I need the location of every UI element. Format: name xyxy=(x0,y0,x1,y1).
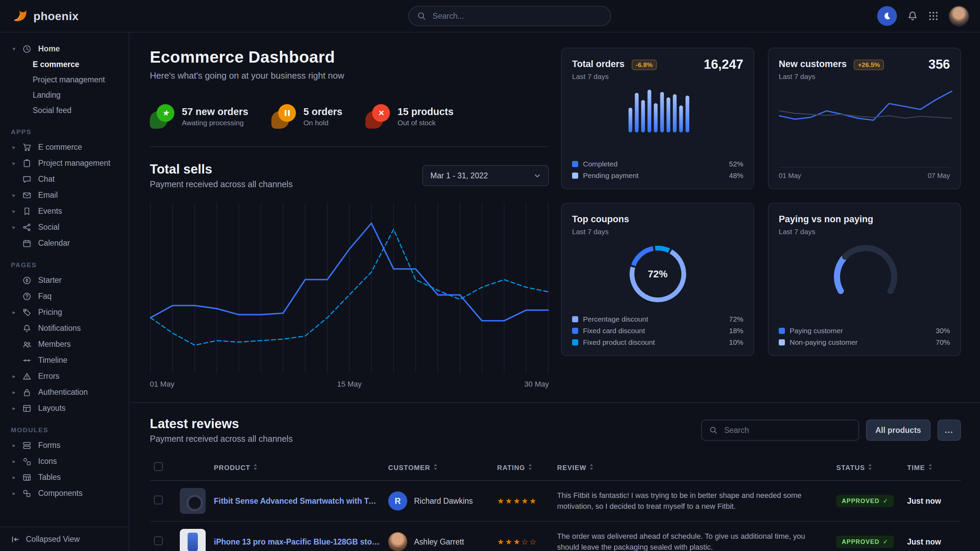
sidebar-subitem-project-management[interactable]: Project management xyxy=(0,72,129,87)
row-checkbox[interactable] xyxy=(154,537,163,545)
home-children: E commerceProject managementLandingSocia… xyxy=(0,57,129,118)
more-options-button[interactable]: ... xyxy=(937,420,961,441)
legend-value: 30% xyxy=(936,327,950,335)
donut-center-label: 72% xyxy=(625,241,690,306)
chevron-right-icon: ▸ xyxy=(11,490,17,497)
sidebar-item-icons[interactable]: ▸Icons xyxy=(0,453,129,469)
warning-icon xyxy=(22,372,33,381)
row-select-cell xyxy=(150,481,176,521)
apps-grid-button[interactable] xyxy=(928,11,939,21)
collapse-sidebar-button[interactable]: Collapsed View xyxy=(0,527,129,551)
collapse-label: Collapsed View xyxy=(26,535,80,544)
chevron-right-icon: ▸ xyxy=(11,405,17,411)
new-customers-line-chart xyxy=(779,85,952,142)
sidebar-item-social[interactable]: ▸Social xyxy=(0,219,129,235)
sidebar-item-email[interactable]: ▸Email xyxy=(0,187,129,203)
column-header-review[interactable]: REVIEW xyxy=(553,455,832,481)
nine-dots-grid-icon xyxy=(928,11,939,21)
stat-sub: Awating processing xyxy=(182,119,248,127)
theme-toggle-button[interactable] xyxy=(877,6,897,26)
brand-name: phoenix xyxy=(33,10,79,23)
row-checkbox[interactable] xyxy=(154,495,163,504)
sidebar-item-layouts[interactable]: ▸Layouts xyxy=(0,400,129,416)
dashboard-grid: Ecommerce Dashboard Here's what's going … xyxy=(129,33,980,389)
sidebar-item-members[interactable]: Members xyxy=(0,336,129,352)
reviews-title: Latest reviews xyxy=(150,416,293,431)
change-badge: +26.5% xyxy=(854,60,884,70)
sidebar-item-notifications[interactable]: Notifications xyxy=(0,320,129,336)
sidebar: ▾ Home E commerceProject managementLandi… xyxy=(0,33,129,551)
stat-out-of-stock: × 15 products Out of stock xyxy=(365,104,453,129)
select-all-cell xyxy=(150,455,176,481)
review-text: This Fitbit is fantastic! I was trying t… xyxy=(553,481,832,521)
legend-item: Completed52% xyxy=(572,160,743,168)
legend-swatch xyxy=(572,328,578,334)
clipboard-icon xyxy=(22,159,33,168)
puzzle-icon xyxy=(22,489,33,498)
out-of-stock-x-icon: × xyxy=(365,104,390,129)
sidebar-section-label-pages: PAGES xyxy=(0,251,129,272)
sidebar-item-pricing[interactable]: ▸Pricing xyxy=(0,304,129,320)
sidebar-item-calendar[interactable]: Calendar xyxy=(0,235,129,251)
chevron-right-icon: ▸ xyxy=(11,224,17,230)
legend-swatch xyxy=(779,328,785,334)
share-icon xyxy=(22,223,33,232)
new-customers-x-axis: 01 May 07 May xyxy=(779,167,950,180)
sidebar-subitem-social-feed[interactable]: Social feed xyxy=(0,103,129,118)
notifications-button[interactable] xyxy=(907,11,918,21)
sidebar-subitem-landing[interactable]: Landing xyxy=(0,87,129,103)
order-stats-row: ★ 57 new orders Awating processing 5 ord… xyxy=(150,104,549,147)
legend-label: Fixed product discount xyxy=(583,338,655,346)
date-range-select[interactable]: Mar 1 - 31, 2022 xyxy=(422,165,549,186)
sidebar-item-tables[interactable]: ▸Tables xyxy=(0,469,129,485)
brand[interactable]: phoenix xyxy=(11,8,79,24)
all-products-button[interactable]: All products xyxy=(866,420,931,441)
sidebar-subitem-e-commerce[interactable]: E commerce xyxy=(0,57,129,72)
select-all-checkbox[interactable] xyxy=(154,462,163,471)
navbar-search-input[interactable] xyxy=(431,11,602,21)
reviews-subtitle: Payment received across all channels xyxy=(150,434,293,444)
dashboard-cards: Total orders -6.8% Last 7 days 16,247 Co… xyxy=(561,48,961,389)
column-header-product[interactable]: PRODUCT xyxy=(176,455,384,481)
user-avatar[interactable] xyxy=(949,6,969,26)
total-sells-header: Total sells Payment received across all … xyxy=(150,162,549,189)
calendar-icon xyxy=(22,239,33,248)
rating-cell: ★★★★★ xyxy=(493,481,553,521)
legend-value: 70% xyxy=(936,338,950,346)
customer-name: Richard Dawkins xyxy=(414,497,473,506)
sidebar-item-faq[interactable]: Faq xyxy=(0,288,129,304)
sidebar-item-components[interactable]: ▸Components xyxy=(0,485,129,501)
sidebar-item-authentication[interactable]: ▸Authentication xyxy=(0,384,129,400)
column-header-rating[interactable]: RATING xyxy=(493,455,553,481)
sidebar-item-events[interactable]: ▸Events xyxy=(0,203,129,219)
collapse-arrow-icon xyxy=(11,535,20,544)
card-period: Last 7 days xyxy=(779,73,884,81)
x-tick: 01 May xyxy=(779,172,801,180)
bookmark-icon xyxy=(22,207,33,216)
stat-sub: On hold xyxy=(304,119,342,127)
paying-gauge-chart xyxy=(779,240,952,305)
sidebar-item-forms[interactable]: ▸Forms xyxy=(0,437,129,453)
chevron-right-icon: ▸ xyxy=(11,442,17,449)
sidebar-item-home[interactable]: ▾ Home xyxy=(0,41,129,57)
sidebar-item-e-commerce[interactable]: ▸E commerce xyxy=(0,139,129,155)
sidebar-item-errors[interactable]: ▸Errors xyxy=(0,368,129,384)
sidebar-item-label: Home xyxy=(38,44,60,54)
column-header-time[interactable]: TIME xyxy=(903,455,961,481)
sidebar-item-chat[interactable]: Chat xyxy=(0,171,129,187)
sidebar-item-project-management[interactable]: ▸Project management xyxy=(0,155,129,171)
total-orders-bar-chart xyxy=(572,85,746,132)
navbar-search[interactable] xyxy=(408,6,611,26)
reviews-search[interactable] xyxy=(701,420,859,441)
sidebar-item-starter[interactable]: Starter xyxy=(0,272,129,288)
column-header-status[interactable]: STATUS xyxy=(832,455,903,481)
reviews-search-input[interactable] xyxy=(723,425,851,436)
chevron-down-icon: ▾ xyxy=(11,46,17,52)
sidebar-item-timeline[interactable]: Timeline xyxy=(0,352,129,368)
review-row: iPhone 13 pro max-Pacific Blue-128GB sto… xyxy=(150,521,961,551)
product-link[interactable]: iPhone 13 pro max-Pacific Blue-128GB sto… xyxy=(214,537,380,546)
column-header-customer[interactable]: CUSTOMER xyxy=(384,455,493,481)
product-link[interactable]: Fitbit Sense Advanced Smartwatch with To… xyxy=(214,497,380,506)
total-sells-title: Total sells xyxy=(150,162,293,177)
legend-item: Non-paying customer70% xyxy=(779,338,950,346)
